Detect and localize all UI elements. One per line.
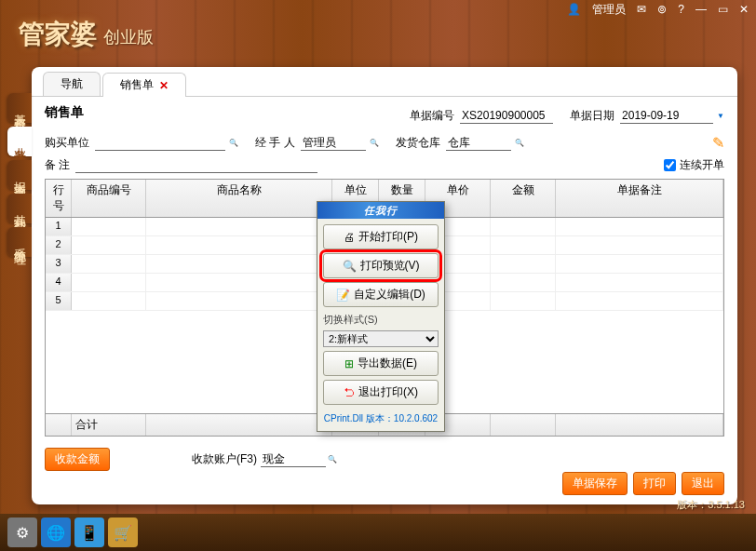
printer-icon: 🖨 <box>344 231 355 244</box>
continuous-label: 连续开单 <box>680 157 724 173</box>
col-header-name[interactable]: 商品名称 <box>146 180 332 217</box>
mail-icon[interactable]: ✉ <box>637 3 646 16</box>
excel-icon: ⊞ <box>344 357 354 370</box>
app-title-main: 管家婆 <box>19 17 97 52</box>
app-title-sub: 创业版 <box>103 26 154 48</box>
edit-icon: 📝 <box>336 289 350 302</box>
print-dialog: 任我行 🖨 开始打印(P) 🔍 打印预览(V) 📝 自定义编辑(D) 切换样式(… <box>317 201 445 432</box>
side-tab-basic[interactable]: 基本资料 <box>7 93 32 123</box>
handler-label: 经 手 人 <box>255 135 295 151</box>
col-header-amount[interactable]: 金额 <box>491 180 556 217</box>
export-data-button[interactable]: ⊞ 导出数据(E) <box>323 351 439 376</box>
doc-date-label: 单据日期 <box>570 108 614 124</box>
receipt-amount-button[interactable]: 收款金额 <box>45 448 110 471</box>
tab-nav[interactable]: 导航 <box>43 72 101 96</box>
taskbar-cart-icon[interactable]: 🛒 <box>108 517 138 547</box>
receipt-account-dropdown-icon[interactable]: 🔍 <box>328 455 337 464</box>
handler-dropdown-icon[interactable]: 🔍 <box>370 139 379 147</box>
edit-icon[interactable]: ✎ <box>712 134 724 152</box>
custom-edit-button[interactable]: 📝 自定义编辑(D) <box>323 282 439 307</box>
print-button[interactable]: 打印 <box>633 472 676 495</box>
user-label[interactable]: 管理员 <box>592 2 626 18</box>
taskbar-gear-icon[interactable]: ⚙ <box>7 517 37 547</box>
receipt-account-input[interactable] <box>261 451 326 467</box>
continuous-checkbox[interactable] <box>664 159 676 171</box>
side-tab-other[interactable]: 其它功能 <box>7 194 32 223</box>
taskbar-phone-icon[interactable]: 📱 <box>74 517 104 547</box>
exit-button[interactable]: 退出 <box>682 472 724 495</box>
exit-print-button[interactable]: ⮌ 退出打印(X) <box>323 380 439 405</box>
print-version-label: CPrint.Dll 版本：10.2.0.602 <box>323 412 439 425</box>
maximize-icon[interactable]: ▭ <box>718 3 728 16</box>
col-header-rownum[interactable]: 行号 <box>46 180 72 217</box>
print-preview-button[interactable]: 🔍 打印预览(V) <box>323 253 439 278</box>
taskbar: ⚙ 🌐 📱 🛒 <box>0 514 756 551</box>
minimize-icon[interactable]: — <box>695 3 707 16</box>
date-dropdown-icon[interactable]: ▼ <box>717 112 724 120</box>
taskbar-globe-icon[interactable]: 🌐 <box>41 517 71 547</box>
save-button[interactable]: 单据保存 <box>562 472 628 495</box>
exit-icon: ⮌ <box>344 386 355 399</box>
weibo-icon[interactable]: ⊚ <box>657 3 667 16</box>
doc-no-input[interactable] <box>460 108 553 124</box>
print-dialog-header: 任我行 <box>317 202 444 219</box>
col-header-remark[interactable]: 单据备注 <box>556 180 723 217</box>
handler-input[interactable] <box>301 135 366 151</box>
page-title: 销售单 <box>45 104 84 121</box>
doc-no-label: 单据编号 <box>410 108 454 124</box>
tab-sales[interactable]: 销售单 ✕ <box>102 73 186 97</box>
start-print-button[interactable]: 🖨 开始打印(P) <box>323 224 439 249</box>
preview-icon: 🔍 <box>343 260 357 273</box>
buyer-dropdown-icon[interactable]: 🔍 <box>229 139 238 147</box>
buyer-label: 购买单位 <box>45 135 89 151</box>
app-title: 管家婆 创业版 <box>19 17 154 52</box>
side-tabs: 基本资料 业务录入 报表查询 其它功能 系统管理 <box>7 93 32 257</box>
tab-close-icon[interactable]: ✕ <box>159 79 169 92</box>
version-label: 版本：3.5.1.13 <box>677 498 745 512</box>
receipt-account-label: 收款账户(F3) <box>192 451 257 467</box>
close-icon[interactable]: ✕ <box>739 3 749 16</box>
doc-date-input[interactable] <box>620 108 713 124</box>
switch-style-select[interactable]: 2:新样式 <box>323 330 439 347</box>
col-header-code[interactable]: 商品编号 <box>72 180 146 217</box>
tab-strip: 导航 销售单 ✕ <box>32 67 737 97</box>
side-tab-system[interactable]: 系统管理 <box>7 227 32 257</box>
warehouse-input[interactable] <box>446 135 511 151</box>
remark-label: 备 注 <box>45 157 70 173</box>
warehouse-label: 发货仓库 <box>396 135 440 151</box>
grid-footer-label: 合计 <box>72 414 146 436</box>
top-bar: 👤 管理员 ✉ ⊚ ? — ▭ ✕ <box>560 0 756 19</box>
side-tab-report[interactable]: 报表查询 <box>7 160 32 190</box>
warehouse-dropdown-icon[interactable]: 🔍 <box>515 139 524 147</box>
remark-input[interactable] <box>75 157 317 173</box>
buyer-input[interactable] <box>95 135 225 151</box>
help-icon[interactable]: ? <box>678 3 684 16</box>
side-tab-entry[interactable]: 业务录入 <box>7 127 32 156</box>
switch-style-label: 切换样式(S) <box>323 313 439 327</box>
action-bar: 单据保存 打印 退出 <box>562 472 724 495</box>
user-icon[interactable]: 👤 <box>567 3 581 16</box>
